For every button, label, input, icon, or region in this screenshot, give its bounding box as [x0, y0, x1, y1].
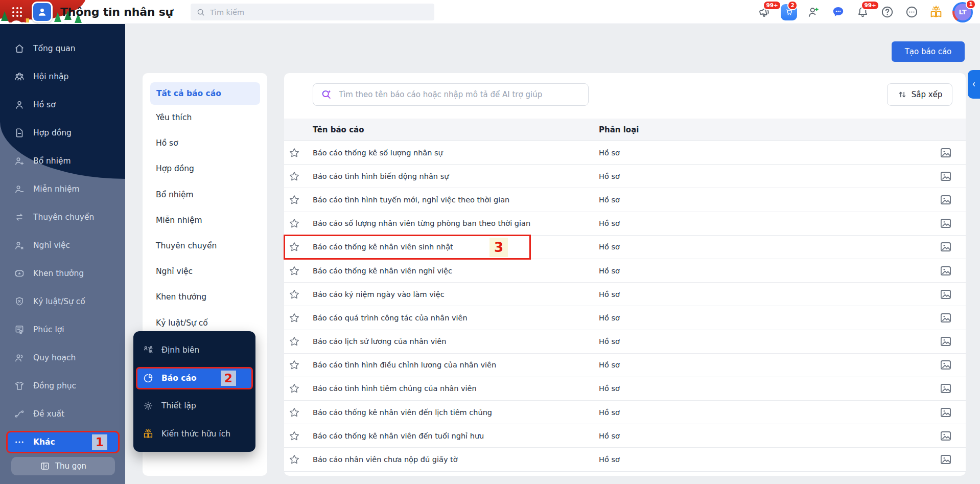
- report-nav-item[interactable]: Miễn nhiệm: [143, 208, 267, 233]
- report-name[interactable]: Báo cáo số lượng nhân viên từng phòng ba…: [313, 219, 530, 227]
- flyout-item[interactable]: Định biên: [133, 336, 255, 364]
- report-nav-item[interactable]: Khen thưởng: [143, 284, 267, 310]
- ai-search-input[interactable]: [339, 90, 581, 99]
- table-row[interactable]: Báo cáo thống kê số lượng nhân sự Hồ sơ: [284, 141, 966, 165]
- collapse-sidebar-button[interactable]: Thu gọn: [11, 457, 115, 475]
- favorite-star-icon[interactable]: [288, 241, 300, 253]
- table-row[interactable]: Báo cáo tình hình biến động nhân sự Hồ s…: [284, 165, 966, 188]
- report-name[interactable]: Báo cáo lịch sử lương của nhân viên: [313, 337, 446, 345]
- favorite-star-icon[interactable]: [288, 406, 300, 419]
- table-row[interactable]: Báo cáo kỷ niệm ngày vào làm việc Hồ sơ: [284, 283, 966, 306]
- table-row[interactable]: Báo cáo thống kê nhân viên sinh nhật Hồ …: [284, 236, 966, 259]
- report-name[interactable]: Báo cáo tình hình biến động nhân sự: [313, 172, 449, 180]
- report-nav-item[interactable]: Yêu thích: [143, 105, 267, 130]
- favorite-star-icon[interactable]: [288, 453, 300, 466]
- report-name[interactable]: Báo cáo thống kê nhân viên nghỉ việc: [313, 267, 452, 275]
- sort-button[interactable]: Sắp xếp: [887, 83, 952, 106]
- table-row[interactable]: Báo cáo nhân viên chưa nộp đủ giấy tờ Hồ…: [284, 448, 966, 471]
- chart-preview-icon[interactable]: [939, 217, 952, 230]
- table-row[interactable]: Báo cáo tình hình điều chỉnh lương của n…: [284, 354, 966, 377]
- report-nav-item[interactable]: Hợp đồng: [143, 156, 267, 181]
- sidebar-item[interactable]: Khác 1: [0, 428, 125, 456]
- ai-report-search[interactable]: [313, 83, 589, 106]
- favorite-star-icon[interactable]: [288, 265, 300, 277]
- report-nav-item[interactable]: Thuyên chuyển: [143, 233, 267, 259]
- report-nav-item[interactable]: Bổ nhiệm: [143, 182, 267, 208]
- report-name[interactable]: Báo cáo thống kê nhân viên sinh nhật: [313, 243, 453, 251]
- report-name[interactable]: Báo cáo thống kê số lượng nhân sự: [313, 149, 443, 157]
- sidebar-item[interactable]: Khen thưởng: [0, 259, 125, 287]
- favorite-star-icon[interactable]: [288, 430, 300, 442]
- bell-icon[interactable]: 99+: [854, 4, 871, 20]
- chat-icon[interactable]: [830, 4, 846, 20]
- sidebar-item[interactable]: Tổng quan: [0, 34, 125, 62]
- report-name[interactable]: Báo cáo quá trình công tác của nhân viên: [313, 314, 468, 322]
- report-nav-item[interactable]: Tất cả báo cáo: [150, 82, 260, 105]
- favorite-star-icon[interactable]: [288, 382, 300, 395]
- favorite-star-icon[interactable]: [288, 147, 300, 159]
- favorite-star-icon[interactable]: [288, 335, 300, 348]
- favorite-star-icon[interactable]: [288, 359, 300, 371]
- sidebar-item[interactable]: Hội nhập: [0, 62, 125, 90]
- sidebar-item[interactable]: Đồng phục: [0, 372, 125, 400]
- sidebar-item[interactable]: Hồ sơ: [0, 90, 125, 119]
- right-panel-toggle[interactable]: [968, 70, 980, 99]
- favorite-star-icon[interactable]: [288, 194, 300, 206]
- global-search-input[interactable]: [210, 8, 429, 16]
- chart-preview-icon[interactable]: [939, 453, 952, 466]
- sidebar-item[interactable]: Thuyên chuyển: [0, 203, 125, 231]
- sidebar-item[interactable]: Hợp đồng: [0, 119, 125, 147]
- store-cart-icon[interactable]: 2: [781, 4, 797, 20]
- table-row[interactable]: Báo cáo quá trình công tác của nhân viên…: [284, 306, 966, 330]
- chart-preview-icon[interactable]: [939, 311, 952, 325]
- chart-preview-icon[interactable]: [939, 358, 952, 372]
- table-row[interactable]: Báo cáo tình hình tuyển mới, nghỉ việc t…: [284, 188, 966, 212]
- chart-preview-icon[interactable]: [939, 193, 952, 206]
- chart-preview-icon[interactable]: [939, 146, 952, 159]
- sidebar-item[interactable]: Kỷ luật/Sự cố: [0, 287, 125, 315]
- table-row[interactable]: Báo cáo số lượng nhân viên từng phòng ba…: [284, 212, 966, 236]
- user-avatar[interactable]: LT 1: [952, 2, 973, 22]
- table-row[interactable]: Báo cáo thống kê nhân viên nghỉ việc Hồ …: [284, 259, 966, 283]
- chart-preview-icon[interactable]: [939, 170, 952, 183]
- sidebar-item[interactable]: Đề xuất: [0, 400, 125, 428]
- chart-preview-icon[interactable]: [939, 335, 952, 348]
- help-icon[interactable]: [879, 4, 895, 20]
- flyout-item[interactable]: Báo cáo 2: [133, 364, 255, 393]
- flyout-item[interactable]: Kiến thức hữu ích: [133, 420, 255, 448]
- chart-preview-icon[interactable]: [939, 429, 952, 443]
- report-nav-item[interactable]: Nghỉ việc: [143, 259, 267, 284]
- global-search[interactable]: [191, 4, 434, 20]
- report-name[interactable]: Báo cáo nhân viên chưa nộp đủ giấy tờ: [313, 455, 458, 464]
- table-row[interactable]: Báo cáo lịch sử lương của nhân viên Hồ s…: [284, 330, 966, 354]
- sidebar-item[interactable]: Quy hoạch: [0, 343, 125, 372]
- knowledge-icon[interactable]: [928, 4, 944, 20]
- chart-preview-icon[interactable]: [939, 240, 952, 253]
- add-user-icon[interactable]: [805, 4, 822, 20]
- sidebar-item[interactable]: Phúc lợi: [0, 315, 125, 343]
- report-name[interactable]: Báo cáo thống kê nhân viên đến lịch tiêm…: [313, 408, 492, 417]
- chart-preview-icon[interactable]: [939, 406, 952, 419]
- app-logo-icon[interactable]: [32, 2, 53, 22]
- report-name[interactable]: Báo cáo kỷ niệm ngày vào làm việc: [313, 290, 445, 298]
- favorite-star-icon[interactable]: [288, 312, 300, 324]
- report-name[interactable]: Báo cáo tình hình điều chỉnh lương của n…: [313, 361, 496, 369]
- table-row[interactable]: Báo cáo thống kê nhân viên đến tuổi nghỉ…: [284, 424, 966, 448]
- more-options-icon[interactable]: [903, 4, 920, 20]
- create-report-button[interactable]: Tạo báo cáo: [892, 41, 965, 62]
- sidebar-item[interactable]: Miễn nhiệm: [0, 175, 125, 203]
- table-row[interactable]: Báo cáo thống kê nhân viên đến lịch tiêm…: [284, 401, 966, 424]
- favorite-star-icon[interactable]: [288, 288, 300, 301]
- chart-preview-icon[interactable]: [939, 264, 952, 278]
- table-row[interactable]: Báo cáo tình hình tiêm chủng của nhân vi…: [284, 377, 966, 401]
- sidebar-item[interactable]: Nghỉ việc: [0, 231, 125, 259]
- flyout-item[interactable]: Thiết lập: [133, 392, 255, 420]
- chart-preview-icon[interactable]: [939, 288, 952, 301]
- sidebar-item[interactable]: Bổ nhiệm: [0, 147, 125, 175]
- favorite-star-icon[interactable]: [288, 217, 300, 229]
- favorite-star-icon[interactable]: [288, 170, 300, 182]
- megaphone-icon[interactable]: 99+: [756, 4, 773, 20]
- report-name[interactable]: Báo cáo thống kê nhân viên đến tuổi nghỉ…: [313, 432, 484, 440]
- report-nav-item[interactable]: Hồ sơ: [143, 130, 267, 156]
- report-name[interactable]: Báo cáo tình hình tuyển mới, nghỉ việc t…: [313, 196, 509, 204]
